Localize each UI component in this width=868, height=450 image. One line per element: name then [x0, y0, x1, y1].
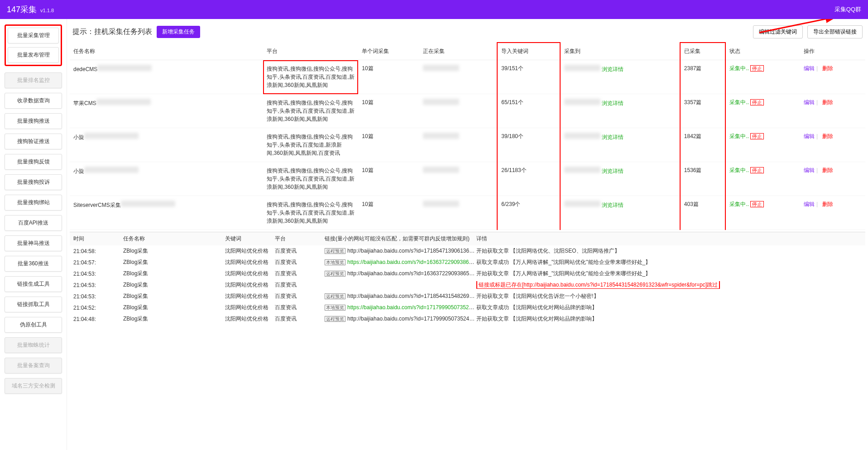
- log-panel: 时间 任务名称 关键词 平台 链接(量小的网站可能没有匹配，如需要可群内反馈增加…: [70, 232, 865, 447]
- sidebar-item-12[interactable]: 伪原创工具: [5, 317, 62, 333]
- sidebar-item-14: 批量备案查询: [5, 358, 62, 373]
- tasks-col-6: 已采集: [680, 43, 726, 60]
- remote-preview-tag[interactable]: 远程预览: [325, 316, 345, 322]
- table-row: dedeCMS搜狗资讯,搜狗微信,搜狗公众号,搜狗知乎,头条资讯,百度资讯,百度…: [70, 60, 865, 94]
- detail-link[interactable]: 浏览详情: [602, 100, 623, 106]
- sidebar-item-7[interactable]: 百度API推送: [5, 215, 62, 231]
- sidebar-item-publish-manage[interactable]: 批量发布管理: [8, 47, 59, 63]
- log-time: 21:04:53:: [73, 282, 123, 288]
- delete-button[interactable]: 删除: [822, 133, 833, 139]
- log-link[interactable]: 远程预览http://baijiahao.baidu.com/s?id=1718…: [325, 293, 476, 300]
- log-platform: 百度资讯: [275, 270, 325, 278]
- log-keyword: 沈阳网站优化价格: [225, 247, 275, 255]
- new-task-button[interactable]: 新增采集任务: [157, 26, 200, 38]
- log-col-platform: 平台: [275, 235, 325, 243]
- remote-preview-tag[interactable]: 远程预览: [325, 293, 345, 299]
- detail-link[interactable]: 浏览详情: [602, 168, 623, 174]
- sidebar-item-11[interactable]: 链接抓取工具: [5, 297, 62, 312]
- single-count: 10篇: [362, 99, 373, 105]
- collected-count: 3357篇: [684, 99, 702, 105]
- edit-button[interactable]: 编辑: [804, 65, 815, 72]
- log-detail: 开始获取文章 【沈阳网站优化对网站品牌的影响】: [476, 315, 862, 323]
- qq-group-link[interactable]: 采集QQ群: [834, 5, 861, 14]
- keyword-progress: 65/151个: [501, 99, 523, 105]
- task-name: dedeCMS: [73, 66, 97, 72]
- stop-button[interactable]: 停止: [750, 65, 764, 72]
- edit-button[interactable]: 编辑: [804, 167, 815, 173]
- sidebar-item-2[interactable]: 批量搜狗推送: [5, 113, 62, 129]
- log-col-task: 任务名称: [123, 235, 225, 243]
- stop-button[interactable]: 停止: [750, 99, 764, 105]
- remote-preview-tag[interactable]: 远程预览: [325, 271, 345, 277]
- sidebar-item-collect-manage[interactable]: 批量采集管理: [8, 28, 59, 43]
- log-time: 21:04:53:: [73, 271, 123, 277]
- delete-button[interactable]: 删除: [822, 201, 833, 207]
- remote-preview-tag[interactable]: 远程预览: [325, 248, 345, 254]
- log-time: 21:04:52:: [73, 305, 123, 311]
- edit-filter-button[interactable]: 编辑过滤关键词: [753, 25, 803, 38]
- edit-button[interactable]: 编辑: [804, 201, 815, 207]
- blurred-text: [564, 201, 600, 207]
- sidebar-item-5[interactable]: 批量搜狗投诉: [5, 174, 62, 190]
- sidebar-item-1[interactable]: 收录数据查询: [5, 93, 62, 109]
- log-platform: 百度资讯: [275, 315, 325, 323]
- stop-button[interactable]: 停止: [750, 133, 764, 139]
- delete-button[interactable]: 删除: [822, 99, 833, 105]
- sidebar-highlight-group: 批量采集管理 批量发布管理: [5, 24, 62, 66]
- stop-button[interactable]: 停止: [750, 201, 764, 207]
- blurred-text: [97, 65, 152, 71]
- log-row: 21:04:52:ZBlog采集沈阳网站优化价格百度资讯本地预览https://…: [70, 302, 865, 313]
- log-platform: 百度资讯: [275, 259, 325, 266]
- log-task: ZBlog采集: [123, 315, 225, 323]
- sidebar-item-0: 批量排名监控: [5, 72, 62, 88]
- log-link[interactable]: 远程预览http://baijiahao.baidu.com/s?id=1718…: [325, 248, 476, 254]
- sidebar-item-3[interactable]: 搜狗验证推送: [5, 134, 62, 149]
- delete-button[interactable]: 删除: [822, 167, 833, 173]
- tasks-col-5: 采集到: [560, 43, 680, 60]
- local-preview-tag[interactable]: 本地预览: [325, 305, 345, 311]
- detail-link[interactable]: 浏览详情: [602, 202, 623, 208]
- sidebar-item-8[interactable]: 批量神马推送: [5, 235, 62, 251]
- log-body[interactable]: 21:04:58:ZBlog采集沈阳网站优化价格百度资讯远程预览http://b…: [70, 245, 865, 447]
- sidebar-item-4[interactable]: 批量搜狗反馈: [5, 154, 62, 170]
- log-link[interactable]: 本地预览https://baijiahao.baidu.com/s?id=171…: [325, 304, 476, 311]
- edit-button[interactable]: 编辑: [804, 133, 815, 139]
- log-row: 21:04:53:ZBlog采集沈阳网站优化价格百度资讯远程预览http://b…: [70, 268, 865, 279]
- platform-list: 搜狗资讯,搜狗微信,搜狗公众号,搜狗知乎,头条资讯,百度知道,新浪新闻,360新…: [267, 133, 355, 157]
- keyword-progress: 26/1183个: [501, 167, 526, 173]
- tasks-col-3: 正在采集: [419, 43, 497, 60]
- blurred-text: [564, 65, 600, 71]
- collected-count: 1536篇: [684, 167, 702, 173]
- platform-list: 搜狗资讯,搜狗微信,搜狗公众号,搜狗知乎,头条资讯,百度资讯,百度知道,新浪新闻…: [267, 201, 355, 225]
- log-task: ZBlog采集: [123, 247, 225, 255]
- log-row: 21:04:53:ZBlog采集沈阳网站优化价格百度资讯链接或标题已存在[htt…: [70, 279, 865, 291]
- log-link[interactable]: 远程预览http://baijiahao.baidu.com/s?id=1636…: [325, 270, 476, 277]
- log-keyword: 沈阳网站优化价格: [225, 304, 275, 311]
- log-col-detail: 详情: [476, 235, 862, 243]
- delete-button[interactable]: 删除: [822, 65, 833, 72]
- app-header: 147采集 v1.1.8 采集QQ群: [0, 0, 868, 19]
- single-count: 10篇: [362, 65, 373, 72]
- local-preview-tag[interactable]: 本地预览: [325, 259, 345, 265]
- log-time: 21:04:57:: [73, 259, 123, 266]
- stop-button[interactable]: 停止: [750, 167, 764, 173]
- tasks-table: 任务名称平台单个词采集正在采集导入关键词采集到已采集状态操作 dedeCMS搜狗…: [70, 42, 865, 230]
- sidebar: 批量采集管理 批量发布管理 批量排名监控收录数据查询批量搜狗推送搜狗验证推送批量…: [0, 19, 67, 450]
- log-task: ZBlog采集: [123, 292, 225, 300]
- log-link[interactable]: 远程预览http://baijiahao.baidu.com/s?id=1717…: [325, 316, 476, 322]
- task-name: 小旋: [73, 168, 84, 174]
- sidebar-item-10[interactable]: 链接生成工具: [5, 276, 62, 292]
- detail-link[interactable]: 浏览详情: [602, 134, 623, 140]
- app-title: 147采集: [7, 4, 37, 15]
- sidebar-item-6[interactable]: 批量搜狗绑站: [5, 195, 62, 211]
- blurred-text: [423, 99, 459, 105]
- log-task: ZBlog采集: [123, 304, 225, 311]
- sidebar-item-9[interactable]: 批量360推送: [5, 256, 62, 272]
- log-detail: 开始获取文章 【沈阳网络优化、沈阳SEO、沈阳网络推广】: [476, 247, 862, 255]
- export-errors-button[interactable]: 导出全部错误链接: [807, 25, 863, 38]
- task-name: 小旋: [73, 134, 84, 140]
- edit-button[interactable]: 编辑: [804, 99, 815, 105]
- log-link[interactable]: 本地预览https://baijiahao.baidu.com/s?id=163…: [325, 259, 476, 266]
- blurred-text: [423, 133, 459, 139]
- detail-link[interactable]: 浏览详情: [602, 66, 623, 72]
